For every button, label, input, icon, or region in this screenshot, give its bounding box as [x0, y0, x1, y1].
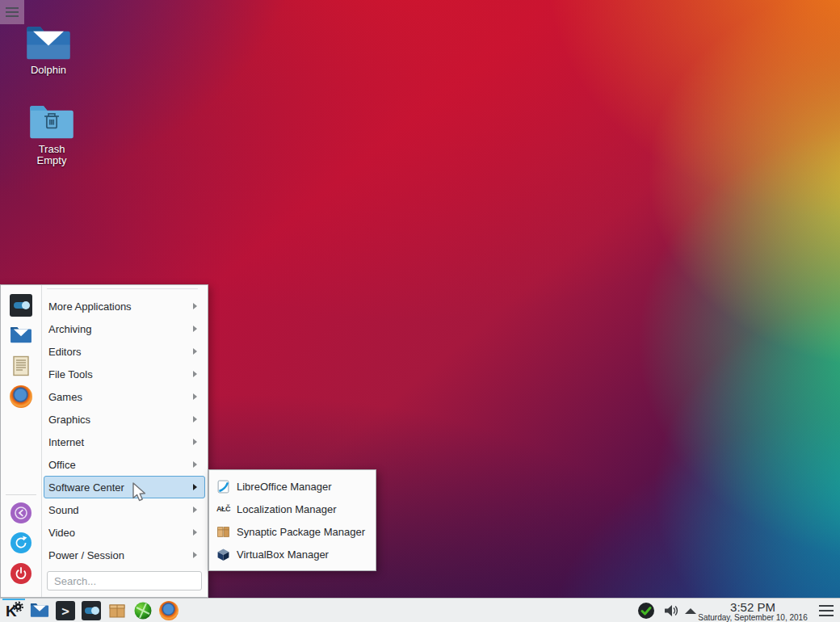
submenu-arrow-icon	[193, 552, 197, 558]
dolphin-icon	[30, 601, 49, 618]
desktop-icon-label: Dolphin	[15, 65, 82, 76]
package-box-icon	[107, 601, 127, 620]
firefox-icon	[10, 385, 32, 408]
submenu-item-virtualbox-manager[interactable]: VirtualBox Manager	[209, 543, 376, 565]
desktop-icon-trash[interactable]: Trash Empty	[18, 100, 86, 166]
kmenu-launcher-button[interactable]: K	[4, 601, 23, 620]
libreoffice-icon	[216, 480, 230, 494]
launcher-sidebar	[1, 285, 42, 597]
desktop-icon-label-line2: Empty	[18, 155, 86, 166]
localization-icon: AŁČ	[216, 502, 230, 516]
logout-button[interactable]	[10, 502, 32, 523]
terminal-prompt-icon: >	[61, 603, 69, 619]
submenu-item-libreoffice-manager[interactable]: LibreOffice Manager	[209, 475, 376, 498]
menu-item-editors[interactable]: Editors	[44, 340, 205, 363]
menu-item-power-session[interactable]: Power / Session	[44, 544, 205, 566]
restart-icon	[10, 532, 32, 553]
speaker-icon	[662, 603, 678, 619]
desktop-icon-label-line1: Trash	[18, 144, 86, 155]
taskbar-firefox-button[interactable]	[159, 601, 178, 620]
submenu-arrow-icon	[193, 393, 197, 400]
updater-globe-icon	[133, 601, 153, 620]
submenu-arrow-icon	[193, 439, 197, 445]
submenu-arrow-icon	[193, 484, 197, 490]
logout-icon	[10, 502, 32, 523]
hamburger-icon	[819, 605, 834, 607]
toggle-icon	[85, 607, 97, 613]
menu-item-internet[interactable]: Internet	[44, 431, 205, 453]
menu-item-sound[interactable]: Sound	[44, 498, 205, 521]
submenu-arrow-icon	[193, 461, 197, 468]
taskbar-konsole-button[interactable]: >	[56, 601, 75, 620]
submenu-arrow-icon	[193, 303, 197, 309]
submenu-arrow-icon	[193, 506, 197, 513]
virtualbox-icon	[216, 548, 230, 561]
hamburger-icon	[6, 11, 19, 13]
taskbar-dolphin-button[interactable]	[30, 601, 49, 620]
clock[interactable]: 3:52 PM Saturday, September 10, 2016	[692, 599, 813, 622]
desktop-icon-dolphin[interactable]: Dolphin	[15, 21, 82, 76]
software-center-submenu: LibreOffice Manager AŁČ Localization Man…	[208, 469, 376, 571]
menu-item-file-tools[interactable]: File Tools	[44, 363, 205, 385]
synaptic-icon	[216, 525, 230, 539]
list-divider	[47, 288, 198, 289]
system-settings-icon	[10, 294, 32, 317]
text-editor-icon	[10, 355, 32, 377]
favorite-system-settings[interactable]	[10, 294, 32, 317]
menu-item-office[interactable]: Office	[44, 453, 205, 476]
submenu-arrow-icon	[193, 326, 197, 332]
menu-item-graphics[interactable]: Graphics	[44, 408, 205, 431]
volume-tray-icon[interactable]	[662, 603, 678, 619]
clock-date: Saturday, September 10, 2016	[692, 614, 813, 622]
favorite-dolphin[interactable]	[10, 324, 32, 347]
session-divider	[6, 494, 36, 495]
menu-item-more-applications[interactable]: More Applications	[44, 295, 205, 317]
submenu-item-localization-manager[interactable]: AŁČ Localization Manager	[209, 498, 376, 520]
update-notifier-tray-icon[interactable]	[637, 602, 655, 620]
taskbar-package-updater-button[interactable]	[133, 601, 153, 620]
application-launcher-menu: More Applications Archiving Editors File…	[0, 284, 208, 598]
menu-item-video[interactable]: Video	[44, 521, 205, 544]
shutdown-button[interactable]	[10, 563, 32, 584]
submenu-item-synaptic-package-manager[interactable]: Synaptic Package Manager	[209, 520, 376, 543]
taskbar-panel: K >	[0, 598, 840, 622]
dolphin-folder-icon	[25, 21, 72, 61]
search-input[interactable]	[47, 571, 202, 590]
restart-button[interactable]	[10, 532, 32, 553]
submenu-arrow-icon	[193, 529, 197, 536]
submenu-arrow-icon	[193, 348, 197, 355]
launcher-category-list: More Applications Archiving Editors File…	[41, 285, 208, 566]
menu-item-games[interactable]: Games	[44, 385, 205, 408]
clock-time: 3:52 PM	[692, 601, 813, 613]
menu-item-archiving[interactable]: Archiving	[44, 317, 205, 340]
updates-check-icon	[637, 602, 655, 620]
submenu-arrow-icon	[193, 371, 197, 377]
kde-logo-icon: K	[4, 601, 23, 620]
panel-settings-button[interactable]	[819, 605, 834, 616]
active-task-indicator	[2, 599, 25, 600]
taskbar-package-button[interactable]	[107, 601, 127, 620]
favorite-text-editor[interactable]	[10, 355, 32, 377]
favorite-firefox[interactable]	[10, 385, 32, 408]
shutdown-icon	[10, 563, 32, 584]
svg-text:K: K	[6, 603, 17, 620]
menu-item-software-center[interactable]: Software Center	[44, 476, 205, 498]
submenu-arrow-icon	[193, 416, 197, 422]
dolphin-icon	[10, 324, 32, 344]
taskbar-system-settings-button[interactable]	[82, 601, 101, 620]
trash-folder-icon	[28, 100, 75, 141]
